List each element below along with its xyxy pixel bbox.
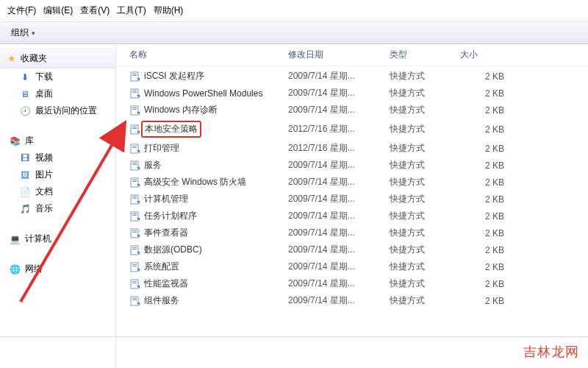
file-name-label: 计算机管理 xyxy=(144,193,188,205)
file-row[interactable]: 性能监视器2009/7/14 星期...快捷方式2 KB xyxy=(116,275,588,292)
sidebar-pictures-label: 图片 xyxy=(35,169,53,181)
file-row[interactable]: 任务计划程序2009/7/14 星期...快捷方式2 KB xyxy=(116,208,588,224)
sidebar-computer[interactable]: 💻 计算机 xyxy=(0,230,115,247)
sidebar-network[interactable]: 🌐 网络 xyxy=(0,261,115,277)
file-name-label: iSCSI 发起程序 xyxy=(144,70,204,82)
main-area: ★ 收藏夹 ⬇ 下载 🖥 桌面 🕘 最近访问的位置 📚 库 🎞 视频 🖼 图片 xyxy=(0,44,588,368)
svg-rect-24 xyxy=(131,212,138,221)
file-date-cell: 2009/7/14 星期... xyxy=(288,277,390,290)
svg-rect-36 xyxy=(131,280,138,289)
file-list-pane: 名称 修改日期 类型 大小 iSCSI 发起程序2009/7/14 星期...快… xyxy=(116,44,588,368)
sidebar-item-documents[interactable]: 📄 文档 xyxy=(0,183,115,200)
file-row[interactable]: 计算机管理2009/7/14 星期...快捷方式2 KB xyxy=(116,191,588,208)
file-date-cell: 2009/7/14 星期... xyxy=(288,176,390,188)
sidebar-item-desktop[interactable]: 🖥 桌面 xyxy=(0,85,115,102)
music-icon: 🎵 xyxy=(19,203,31,215)
file-type-cell: 快捷方式 xyxy=(390,87,460,99)
file-size-cell: 2 KB xyxy=(460,279,519,289)
file-name-cell: Windows PowerShell Modules xyxy=(129,88,288,99)
video-icon: 🎞 xyxy=(19,152,31,164)
file-row[interactable]: iSCSI 发起程序2009/7/14 星期...快捷方式2 KB xyxy=(116,68,588,85)
sidebar-item-music[interactable]: 🎵 音乐 xyxy=(0,200,115,217)
col-header-date[interactable]: 修改日期 xyxy=(288,49,390,61)
file-row[interactable]: 服务2009/7/14 星期...快捷方式2 KB xyxy=(116,157,588,174)
shortcut-icon xyxy=(129,295,141,307)
footer-divider xyxy=(0,336,588,337)
file-size-cell: 2 KB xyxy=(460,71,519,82)
sidebar-item-downloads[interactable]: ⬇ 下载 xyxy=(0,68,115,85)
file-name-label: 事件查看器 xyxy=(144,227,188,239)
svg-rect-18 xyxy=(131,178,138,187)
file-name-label: 系统配置 xyxy=(144,261,179,273)
file-row[interactable]: 打印管理2012/7/16 星期...快捷方式2 KB xyxy=(116,140,588,157)
file-row[interactable]: 事件查看器2009/7/14 星期...快捷方式2 KB xyxy=(116,224,588,241)
file-date-cell: 2012/7/16 星期... xyxy=(288,123,390,135)
col-header-name[interactable]: 名称 xyxy=(129,49,288,61)
shortcut-icon xyxy=(129,227,141,239)
file-size-cell: 2 KB xyxy=(460,160,519,171)
shortcut-icon xyxy=(129,194,141,205)
sidebar-item-recent[interactable]: 🕘 最近访问的位置 xyxy=(0,102,115,119)
sidebar-favorites-header[interactable]: ★ 收藏夹 xyxy=(0,49,115,68)
svg-rect-3 xyxy=(131,89,138,98)
file-date-cell: 2009/7/14 星期... xyxy=(288,244,390,256)
shortcut-icon xyxy=(129,278,141,290)
file-type-cell: 快捷方式 xyxy=(390,193,460,205)
shortcut-icon xyxy=(129,244,141,256)
column-headers: 名称 修改日期 类型 大小 xyxy=(116,44,588,66)
file-size-cell: 2 KB xyxy=(460,177,519,188)
sidebar-item-videos[interactable]: 🎞 视频 xyxy=(0,149,115,166)
svg-rect-13 xyxy=(132,146,137,146)
file-row[interactable]: 系统配置2009/7/14 星期...快捷方式2 KB xyxy=(116,258,588,275)
sidebar-videos-label: 视频 xyxy=(35,152,53,164)
svg-rect-33 xyxy=(131,263,138,272)
menu-help[interactable]: 帮助(H) xyxy=(151,3,187,18)
file-row[interactable]: 本地安全策略2012/7/16 星期...快捷方式2 KB xyxy=(116,118,588,140)
svg-rect-11 xyxy=(132,128,137,129)
sidebar-libraries-header[interactable]: 📚 库 xyxy=(0,132,115,149)
file-row[interactable]: Windows 内存诊断2009/7/14 星期...快捷方式2 KB xyxy=(116,102,588,118)
shortcut-icon xyxy=(129,177,141,188)
svg-rect-21 xyxy=(131,195,138,204)
sidebar-item-pictures[interactable]: 🖼 图片 xyxy=(0,166,115,183)
col-header-size[interactable]: 大小 xyxy=(460,49,519,61)
shortcut-icon xyxy=(129,261,141,273)
picture-icon: 🖼 xyxy=(19,169,31,181)
organize-button[interactable]: 组织 xyxy=(6,24,43,41)
svg-rect-37 xyxy=(132,281,137,282)
menu-file[interactable]: 文件(F) xyxy=(4,3,39,18)
svg-rect-4 xyxy=(132,91,137,91)
menu-edit[interactable]: 编辑(E) xyxy=(40,3,76,18)
menu-view[interactable]: 查看(V) xyxy=(77,3,112,18)
file-name-label: 打印管理 xyxy=(144,142,179,155)
file-row[interactable]: Windows PowerShell Modules2009/7/14 星期..… xyxy=(116,85,588,102)
sidebar-libraries-label: 库 xyxy=(25,135,34,147)
svg-rect-22 xyxy=(132,197,137,197)
network-icon: 🌐 xyxy=(9,263,21,275)
file-name-label: 组件服务 xyxy=(144,294,179,307)
file-type-cell: 快捷方式 xyxy=(390,261,460,273)
star-icon: ★ xyxy=(7,53,16,64)
file-row[interactable]: 组件服务2009/7/14 星期...快捷方式2 KB xyxy=(116,292,588,309)
file-name-cell: 事件查看器 xyxy=(129,227,288,239)
computer-icon: 💻 xyxy=(9,233,21,245)
col-header-type[interactable]: 类型 xyxy=(390,49,460,61)
file-row[interactable]: 高级安全 Windows 防火墙2009/7/14 星期...快捷方式2 KB xyxy=(116,174,588,191)
file-type-cell: 快捷方式 xyxy=(390,210,460,222)
svg-rect-26 xyxy=(132,215,137,216)
file-row[interactable]: 数据源(ODBC)2009/7/14 星期...快捷方式2 KB xyxy=(116,241,588,258)
file-date-cell: 2012/7/16 星期... xyxy=(288,142,390,155)
svg-rect-10 xyxy=(132,127,137,127)
svg-rect-39 xyxy=(131,297,138,305)
file-date-cell: 2009/7/14 星期... xyxy=(288,261,390,273)
file-name-cell: 服务 xyxy=(129,159,288,171)
file-name-label: 服务 xyxy=(144,159,162,171)
file-name-label: Windows 内存诊断 xyxy=(144,104,218,116)
file-size-cell: 2 KB xyxy=(460,245,519,255)
svg-rect-5 xyxy=(132,92,137,93)
recent-icon: 🕘 xyxy=(19,105,31,117)
menu-tools[interactable]: 工具(T) xyxy=(114,3,148,18)
file-type-cell: 快捷方式 xyxy=(390,142,460,155)
file-size-cell: 2 KB xyxy=(460,262,519,272)
file-name-cell: 组件服务 xyxy=(129,294,288,307)
